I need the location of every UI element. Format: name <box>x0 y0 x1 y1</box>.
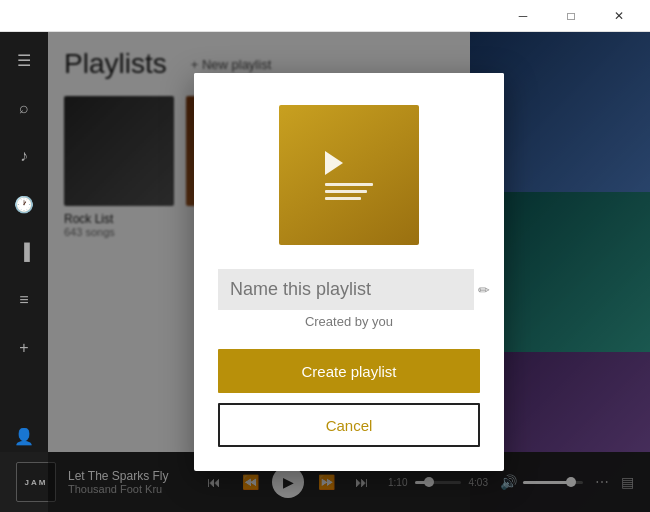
maximize-button[interactable]: □ <box>548 0 594 32</box>
dialog-overlay: ✏ Created by you Create playlist Cancel <box>48 32 650 512</box>
playlist-icon-box <box>279 105 419 245</box>
sidebar-icon-music[interactable]: ♪ <box>4 136 44 176</box>
sidebar-icon-list[interactable]: ≡ <box>4 280 44 320</box>
sidebar-icon-user[interactable]: 👤 <box>4 416 44 456</box>
sidebar-icon-chart[interactable]: ▐ <box>4 232 44 272</box>
sidebar: ☰ ⌕ ♪ 🕐 ▐ ≡ + 👤 ⚙ <box>0 32 48 512</box>
close-button[interactable]: ✕ <box>596 0 642 32</box>
dialog-icon-area <box>194 73 504 269</box>
line-1 <box>325 183 373 186</box>
lines-icon <box>325 183 373 200</box>
window-controls: ─ □ ✕ <box>500 0 642 32</box>
cancel-button[interactable]: Cancel <box>218 403 480 447</box>
sidebar-icon-history[interactable]: 🕐 <box>4 184 44 224</box>
name-field-row: ✏ <box>194 269 504 310</box>
main-area: Playlists + New playlist Rock List 643 s… <box>48 32 650 512</box>
sidebar-icon-search[interactable]: ⌕ <box>4 88 44 128</box>
created-by-label: Created by you <box>305 314 393 329</box>
app-content: ☰ ⌕ ♪ 🕐 ▐ ≡ + 👤 ⚙ Playlists + New playli… <box>0 32 650 512</box>
edit-icon-button[interactable]: ✏ <box>478 272 490 308</box>
sidebar-icon-add[interactable]: + <box>4 328 44 368</box>
line-3 <box>325 197 361 200</box>
create-playlist-dialog: ✏ Created by you Create playlist Cancel <box>194 73 504 471</box>
jam-logo-text: JAM <box>25 478 48 487</box>
play-arrow-icon <box>325 151 343 175</box>
playlist-name-input[interactable] <box>218 269 474 310</box>
line-2 <box>325 190 367 193</box>
title-bar: ─ □ ✕ <box>0 0 650 32</box>
sidebar-icon-menu[interactable]: ☰ <box>4 40 44 80</box>
minimize-button[interactable]: ─ <box>500 0 546 32</box>
create-playlist-button[interactable]: Create playlist <box>218 349 480 393</box>
